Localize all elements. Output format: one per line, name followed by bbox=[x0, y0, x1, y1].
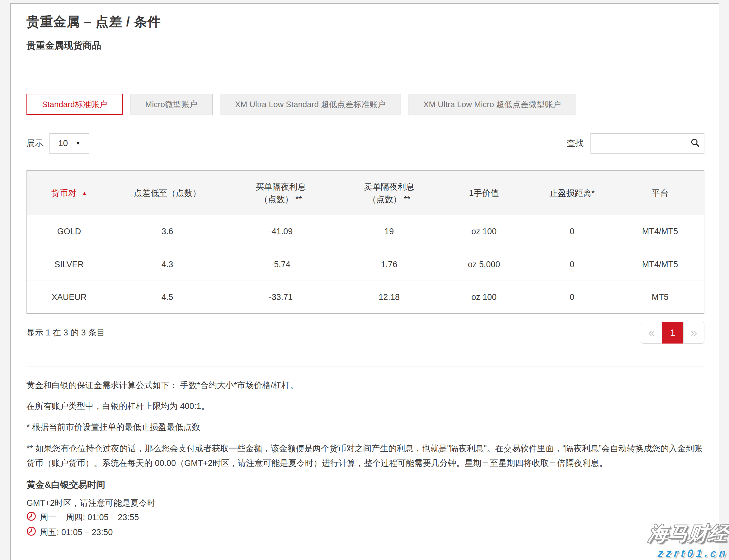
clock-icon bbox=[26, 511, 36, 523]
column-header-stop-level[interactable]: 止盈损距离* bbox=[528, 187, 616, 199]
cell-spread: 4.5 bbox=[111, 292, 223, 302]
pagination-next-button[interactable]: » bbox=[683, 322, 704, 344]
chevron-down-icon: ▼ bbox=[75, 140, 81, 146]
cell-swap-short: 19 bbox=[339, 227, 440, 236]
cell-platform: MT4/MT5 bbox=[616, 260, 704, 269]
cell-stop-level: 0 bbox=[528, 292, 616, 302]
trading-hours-weekdays-label: 周一 – 周四: 01:05 – 23:55 bbox=[40, 512, 139, 523]
cell-symbol: GOLD bbox=[27, 227, 111, 236]
cell-swap-short: 1.76 bbox=[339, 260, 440, 269]
cell-swap-short: 12.18 bbox=[339, 292, 440, 302]
trading-hours-friday-label: 周五: 01:05 – 23:50 bbox=[40, 527, 113, 538]
page-content: 贵重金属 – 点差 / 条件 贵重金属现货商品 Standard标准账户 Mic… bbox=[11, 4, 719, 539]
note-silver-leverage: 在所有账户类型中，白银的杠杆上限均为 400:1。 bbox=[26, 400, 704, 413]
tab-micro-account[interactable]: Micro微型账户 bbox=[130, 94, 213, 115]
table-row-xaueur: XAUEUR 4.5 -33.71 12.18 oz 100 0 MT5 bbox=[27, 281, 704, 313]
table-footer: 显示 1 在 3 的 3 条目 « 1 » bbox=[26, 322, 704, 344]
cell-swap-long: -5.74 bbox=[223, 260, 339, 269]
column-header-spread[interactable]: 点差低至（点数） bbox=[111, 187, 223, 199]
cell-lot-value: oz 5,000 bbox=[440, 260, 528, 269]
cell-spread: 3.6 bbox=[111, 227, 223, 236]
page-size-value: 10 bbox=[58, 138, 68, 148]
cell-stop-level: 0 bbox=[528, 260, 616, 269]
cell-swap-long: -33.71 bbox=[223, 292, 339, 302]
trading-hours-weekdays: 周一 – 周四: 01:05 – 23:55 bbox=[26, 511, 704, 524]
note-margin-formula: 黄金和白银的保证金需求计算公式如下： 手数*合约大小*市场价格/杠杆。 bbox=[26, 379, 704, 392]
notes-section: 黄金和白银的保证金需求计算公式如下： 手数*合约大小*市场价格/杠杆。 在所有账… bbox=[26, 379, 704, 471]
table-row-silver: SILVER 4.3 -5.74 1.76 oz 5,000 0 MT4/MT5 bbox=[27, 248, 704, 281]
trading-hours-heading: 黄金&白银交易时间 bbox=[26, 479, 704, 491]
entries-summary: 显示 1 在 3 的 3 条目 bbox=[26, 327, 105, 338]
page-title: 贵重金属 – 点差 / 条件 bbox=[26, 13, 704, 31]
cell-lot-value: oz 100 bbox=[440, 227, 528, 236]
pagination-prev-button[interactable]: « bbox=[641, 322, 662, 344]
page-frame: 贵重金属 – 点差 / 条件 贵重金属现货商品 Standard标准账户 Mic… bbox=[10, 3, 719, 560]
column-header-symbol[interactable]: 货币对 ▲ bbox=[27, 187, 111, 199]
tab-ultra-low-micro-account[interactable]: XM Ultra Low Micro 超低点差微型账户 bbox=[408, 94, 576, 115]
section-divider bbox=[26, 367, 704, 367]
watermark-logo-text: 海马财经 bbox=[647, 520, 729, 547]
cell-swap-long: -41.09 bbox=[223, 227, 339, 236]
search-box bbox=[590, 133, 704, 154]
show-entries-label: 展示 bbox=[26, 138, 43, 149]
cell-platform: MT4/MT5 bbox=[616, 227, 704, 236]
note-swap-explanation: ** 如果您有仓位持仓过夜的话，那么您会支付或者获取一些金额，该金额便是两个货币… bbox=[26, 441, 704, 471]
trading-hours-friday: 周五: 01:05 – 23:50 bbox=[26, 526, 704, 539]
cell-spread: 4.3 bbox=[111, 260, 223, 269]
timezone-note: GMT+2时区，请注意可能是夏令时 bbox=[26, 497, 704, 509]
table-header-row: 货币对 ▲ 点差低至（点数） 买单隔夜利息 （点数） ** 卖单隔夜利息 （点数… bbox=[27, 171, 704, 215]
tab-ultra-low-standard-account[interactable]: XM Ultra Low Standard 超低点差标准账户 bbox=[220, 94, 401, 115]
search-label: 查找 bbox=[567, 138, 584, 149]
page-size-select[interactable]: 10 ▼ bbox=[50, 133, 89, 154]
note-stop-level: * 根据当前市价设置挂单的最低止损盈最低点数 bbox=[26, 420, 704, 434]
column-header-lot-value[interactable]: 1手价值 bbox=[440, 187, 528, 199]
page-subtitle: 贵重金属现货商品 bbox=[26, 39, 704, 52]
pagination-page-1[interactable]: 1 bbox=[662, 322, 683, 344]
sort-asc-icon: ▲ bbox=[82, 190, 87, 196]
column-header-swap-short[interactable]: 卖单隔夜利息 （点数） ** bbox=[339, 181, 440, 206]
table-row-gold: GOLD 3.6 -41.09 19 oz 100 0 MT4/MT5 bbox=[27, 215, 704, 248]
clock-icon bbox=[26, 526, 36, 538]
table-controls: 展示 10 ▼ 查找 bbox=[26, 133, 704, 154]
cell-lot-value: oz 100 bbox=[440, 292, 528, 302]
account-type-tabs: Standard标准账户 Micro微型账户 XM Ultra Low Stan… bbox=[26, 94, 704, 115]
search-input[interactable] bbox=[591, 134, 704, 153]
pagination: « 1 » bbox=[641, 322, 704, 344]
tab-standard-account[interactable]: Standard标准账户 bbox=[26, 94, 123, 115]
column-header-swap-long[interactable]: 买单隔夜利息 （点数） ** bbox=[223, 181, 339, 206]
instruments-table: 货币对 ▲ 点差低至（点数） 买单隔夜利息 （点数） ** 卖单隔夜利息 （点数… bbox=[26, 170, 704, 314]
column-header-platform[interactable]: 平台 bbox=[616, 187, 704, 199]
cell-symbol: XAUEUR bbox=[27, 292, 111, 302]
cell-symbol: SILVER bbox=[27, 260, 111, 269]
watermark-site-text: zzrt01.cn bbox=[648, 547, 729, 559]
watermark: 海马财经 zzrt01.cn bbox=[649, 520, 728, 559]
search-icon[interactable] bbox=[690, 138, 700, 149]
cell-stop-level: 0 bbox=[528, 227, 616, 236]
cell-platform: MT5 bbox=[616, 292, 704, 302]
